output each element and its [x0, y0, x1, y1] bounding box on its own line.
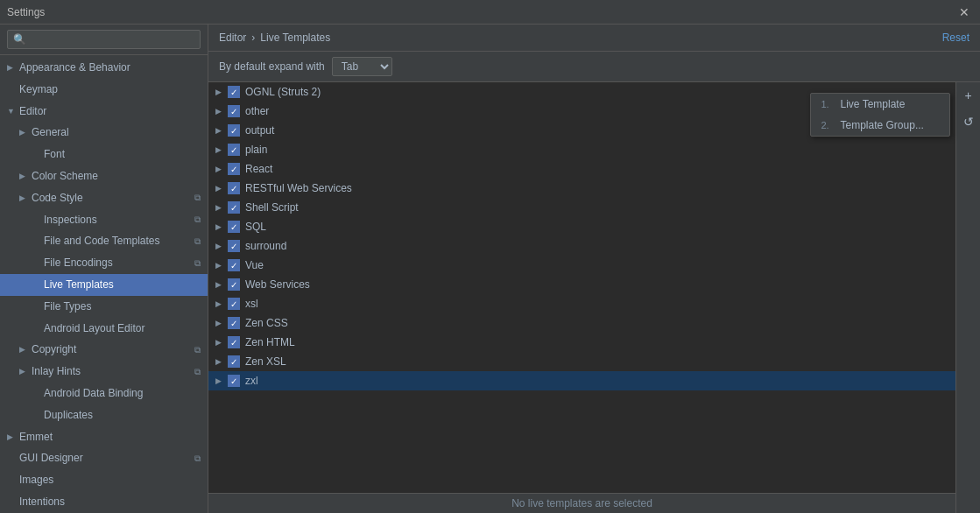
- expand-arrow-editor: ▼: [7, 106, 19, 117]
- row-label-react: React: [245, 163, 272, 175]
- sidebar-item-file-encodings[interactable]: File Encodings⧉: [0, 252, 208, 274]
- copy-icon-copyright: ⧉: [187, 344, 201, 356]
- checkbox-ognl[interactable]: ✓: [228, 86, 240, 98]
- sidebar: ▶Appearance & BehaviorKeymap▼Editor▶Gene…: [0, 25, 208, 513]
- checkbox-react[interactable]: ✓: [228, 163, 240, 175]
- sidebar-item-keymap[interactable]: Keymap: [0, 79, 208, 101]
- sidebar-item-android-layout-editor[interactable]: Android Layout Editor: [0, 318, 208, 340]
- checkbox-vue[interactable]: ✓: [228, 259, 240, 271]
- list-row-restful[interactable]: ▶✓RESTful Web Services: [208, 179, 955, 198]
- sidebar-item-appearance[interactable]: ▶Appearance & Behavior: [0, 57, 208, 79]
- checkbox-other[interactable]: ✓: [228, 105, 240, 117]
- list-row-vue[interactable]: ▶✓Vue: [208, 256, 955, 275]
- sidebar-label-appearance: Appearance & Behavior: [19, 60, 201, 75]
- list-row-surround[interactable]: ▶✓surround: [208, 236, 955, 256]
- row-arrow-vue: ▶: [215, 261, 228, 270]
- sidebar-item-code-style[interactable]: ▶Code Style⧉: [0, 187, 208, 209]
- undo-button[interactable]: ↺: [959, 112, 978, 131]
- sidebar-label-editor: Editor: [19, 104, 201, 119]
- sidebar-label-android-layout-editor: Android Layout Editor: [44, 321, 201, 336]
- row-arrow-zen-html: ▶: [215, 338, 228, 347]
- row-arrow-zen-xsl: ▶: [215, 357, 228, 366]
- checkbox-zen-xsl[interactable]: ✓: [228, 355, 240, 368]
- row-label-vue: Vue: [245, 259, 264, 271]
- sidebar-item-live-templates[interactable]: Live Templates: [0, 274, 208, 296]
- add-button[interactable]: +: [959, 86, 978, 105]
- list-row-zen-xsl[interactable]: ▶✓Zen XSL: [208, 352, 955, 371]
- expand-arrow-code-style: ▶: [19, 193, 32, 204]
- sidebar-item-duplicates[interactable]: Duplicates: [0, 404, 208, 426]
- sidebar-item-inlay-hints[interactable]: ▶Inlay Hints⧉: [0, 361, 208, 383]
- search-box: [0, 25, 208, 55]
- row-arrow-other: ▶: [215, 107, 228, 116]
- list-row-shell-script[interactable]: ▶✓Shell Script: [208, 198, 955, 217]
- sidebar-label-file-code-templates: File and Code Templates: [44, 234, 187, 249]
- sidebar-item-color-scheme[interactable]: ▶Color Scheme: [0, 165, 208, 187]
- sidebar-item-gui-designer[interactable]: GUI Designer⧉: [0, 447, 208, 469]
- list-row-sql[interactable]: ▶✓SQL: [208, 217, 955, 236]
- sidebar-label-general: General: [32, 125, 201, 140]
- checkbox-sql[interactable]: ✓: [228, 221, 240, 233]
- list-row-zxl[interactable]: ▶✓zxl: [208, 371, 955, 390]
- list-row-zen-html[interactable]: ▶✓Zen HTML: [208, 333, 955, 352]
- sidebar-label-color-scheme: Color Scheme: [32, 169, 201, 184]
- list-row-web-services[interactable]: ▶✓Web Services: [208, 275, 955, 294]
- sidebar-label-code-style: Code Style: [32, 191, 187, 206]
- checkbox-restful[interactable]: ✓: [228, 182, 240, 194]
- checkbox-surround[interactable]: ✓: [228, 240, 240, 252]
- row-arrow-shell-script: ▶: [215, 203, 228, 212]
- sidebar-label-emmet: Emmet: [19, 430, 201, 445]
- sidebar-item-file-types[interactable]: File Types: [0, 296, 208, 318]
- breadcrumb-separator: ›: [251, 32, 255, 44]
- sidebar-item-editor[interactable]: ▼Editor: [0, 101, 208, 123]
- sidebar-item-android-data-binding[interactable]: Android Data Binding: [0, 383, 208, 404]
- reset-button[interactable]: Reset: [942, 32, 969, 44]
- checkbox-output[interactable]: ✓: [228, 124, 240, 137]
- row-label-shell-script: Shell Script: [245, 201, 299, 214]
- row-label-output: output: [245, 124, 274, 137]
- close-button[interactable]: ✕: [955, 4, 973, 21]
- sidebar-item-images[interactable]: Images: [0, 469, 208, 491]
- checkbox-shell-script[interactable]: ✓: [228, 201, 240, 214]
- list-row-xsl[interactable]: ▶✓xsl: [208, 294, 955, 313]
- search-input[interactable]: [7, 30, 201, 49]
- window-title: Settings: [7, 6, 45, 18]
- expand-dropdown[interactable]: Tab Enter Space: [332, 57, 392, 76]
- menu-item-label: Template Group...: [841, 119, 924, 131]
- title-bar: Settings ✕: [0, 0, 980, 25]
- checkbox-xsl[interactable]: ✓: [228, 298, 240, 310]
- context-menu-item-template-group...[interactable]: 2.Template Group...: [811, 115, 949, 136]
- row-arrow-sql: ▶: [215, 222, 228, 231]
- sidebar-label-live-templates: Live Templates: [44, 278, 201, 292]
- list-row-react[interactable]: ▶✓React: [208, 159, 955, 179]
- sidebar-item-copyright[interactable]: ▶Copyright⧉: [0, 339, 208, 361]
- sidebar-label-inlay-hints: Inlay Hints: [32, 364, 187, 379]
- sidebar-item-emmet[interactable]: ▶Emmet: [0, 426, 208, 448]
- checkbox-zen-css[interactable]: ✓: [228, 317, 240, 329]
- checkbox-zxl[interactable]: ✓: [228, 375, 240, 387]
- list-area: ▶✓OGNL (Struts 2)▶✓other▶✓output▶✓plain▶…: [208, 82, 980, 513]
- row-arrow-zxl: ▶: [215, 376, 228, 385]
- sidebar-item-general[interactable]: ▶General: [0, 122, 208, 144]
- sidebar-label-inspections: Inspections: [44, 213, 187, 228]
- context-menu-item-live-template[interactable]: 1.Live Template: [811, 94, 949, 115]
- expand-arrow-copyright: ▶: [19, 344, 32, 355]
- sidebar-item-inspections[interactable]: Inspections⧉: [0, 209, 208, 231]
- list-row-zen-css[interactable]: ▶✓Zen CSS: [208, 313, 955, 333]
- sidebar-item-intentions[interactable]: Intentions: [0, 491, 208, 513]
- sidebar-label-gui-designer: GUI Designer: [19, 451, 187, 466]
- breadcrumb-parent: Editor: [219, 32, 246, 44]
- sidebar-item-file-code-templates[interactable]: File and Code Templates⧉: [0, 230, 208, 252]
- row-label-xsl: xsl: [245, 298, 258, 310]
- status-text: No live templates are selected: [511, 497, 652, 509]
- checkbox-plain[interactable]: ✓: [228, 144, 240, 156]
- list-row-plain[interactable]: ▶✓plain: [208, 140, 955, 159]
- checkbox-web-services[interactable]: ✓: [228, 278, 240, 291]
- row-label-zen-html: Zen HTML: [245, 336, 295, 348]
- checkbox-zen-html[interactable]: ✓: [228, 336, 240, 348]
- row-arrow-web-services: ▶: [215, 280, 228, 289]
- copy-icon-file-encodings: ⧉: [187, 257, 201, 270]
- row-arrow-output: ▶: [215, 126, 228, 135]
- sidebar-item-font[interactable]: Font: [0, 144, 208, 165]
- context-menu: 1.Live Template2.Template Group...: [810, 93, 950, 137]
